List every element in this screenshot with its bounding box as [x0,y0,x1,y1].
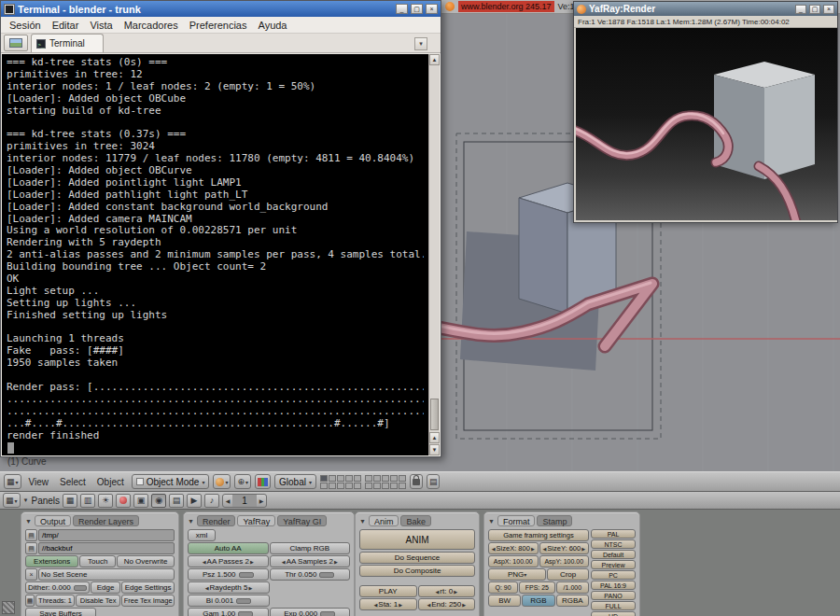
panel-collapse-icon[interactable]: ▼ [488,518,495,525]
threads-icon[interactable]: ▦ [25,595,35,607]
menu-select[interactable]: Select [56,477,90,487]
layer-cell[interactable] [399,475,406,482]
context-material-icon[interactable] [116,494,131,508]
scroll-down-button[interactable]: ▼ [429,444,440,455]
edge-toggle[interactable]: Edge [91,581,121,594]
free-tex-toggle[interactable]: Free Tex Image [121,595,175,607]
maximize-button[interactable]: ▢ [411,4,423,14]
frame-number-field[interactable]: ◀ 1 ▶ [222,494,267,508]
do-sequence-toggle[interactable]: Do Sequence [359,552,475,564]
xml-toggle[interactable]: xml [188,529,216,541]
menu-view[interactable]: View [25,477,53,487]
close-button[interactable]: × [823,5,834,14]
tab-render-layers[interactable]: Render Layers [73,515,139,526]
tab-yafray-gi[interactable]: YafRay GI [277,515,327,526]
format-preset-button[interactable]: PAL 16:9 [591,581,636,590]
window-type-dropdown[interactable]: ▦ ▾ [3,493,21,508]
layer-cell[interactable] [399,483,406,489]
layer-buttons-right[interactable] [365,475,406,489]
layer-cell[interactable] [382,475,389,482]
clamp-rgb-toggle[interactable]: Clamp RGB [270,542,351,554]
layer-cell[interactable] [345,483,353,489]
game-framing-button[interactable]: Game framing settings [488,529,589,541]
fps-number[interactable]: FPS: 25 [519,581,555,594]
rgba-toggle[interactable]: RGBA [556,595,589,607]
maximize-button[interactable]: ▢ [809,5,820,14]
layer-cell[interactable] [345,475,353,482]
tab-bake[interactable]: Bake [400,515,431,526]
layer-cell[interactable] [373,475,381,482]
edge-settings-button[interactable]: Edge Settings [121,581,175,594]
terminal-screen[interactable]: === kd-tree stats (0s) ===primitives in … [2,54,428,455]
panel-collapse-icon[interactable]: ▼ [188,518,194,525]
auto-aa-toggle[interactable]: Auto AA [188,542,269,554]
terminal-tab[interactable]: >_ Terminal [31,34,104,52]
scroll-thumb[interactable] [430,399,439,430]
layer-buttons-left[interactable] [320,475,361,489]
rt-number[interactable]: ◀rt: 0▶ [418,585,476,597]
terminal-titlebar[interactable]: Terminal - blender - trunk _ ▢ × [1,1,441,17]
context-object-icon[interactable]: ▣ [133,494,148,508]
layer-cell[interactable] [320,483,328,489]
layer-cell[interactable] [329,475,336,482]
tab-stamp[interactable]: Stamp [537,515,572,526]
terminal-menu-item[interactable]: Preferencias [184,20,253,31]
tab-anim[interactable]: Anim [369,515,399,526]
layer-cell[interactable] [390,483,398,489]
rgb-toggle[interactable]: RGB [522,595,554,607]
format-preset-button[interactable]: Default [591,550,636,559]
context-shading-icon[interactable]: ☀ [98,494,113,508]
layer-cell[interactable] [365,475,372,482]
disable-tex-toggle[interactable]: Disable Tex [76,595,120,607]
bias-slider[interactable]: Bi 0.001 [188,595,270,607]
minimize-button[interactable]: _ [396,4,408,14]
save-buffers-toggle[interactable]: Save Buffers [25,608,96,616]
window-splitter-widget[interactable] [2,601,15,614]
terminal-menu-item[interactable]: Editar [47,20,85,31]
pivot-dropdown[interactable]: ⊕ ▾ [234,474,251,489]
format-preset-button[interactable]: HD [591,611,636,616]
size-x-number[interactable]: ◀SizeX: 800▶ [488,542,539,554]
context-script-icon[interactable]: ▥ [80,494,95,508]
terminal-menu-item[interactable]: Sesión [4,20,47,31]
scene-link-icon[interactable]: × [25,568,37,581]
tab-output[interactable]: Output [35,515,71,526]
format-preset-button[interactable]: PAL [591,529,636,539]
format-preset-button[interactable]: Preview [591,560,636,569]
layer-cell[interactable] [354,475,361,482]
anim-button[interactable]: ANIM [359,529,475,550]
minimize-button[interactable]: _ [795,5,806,14]
layer-cell[interactable] [390,475,398,482]
threshold-slider[interactable]: Thr 0.050 [270,568,351,581]
do-composite-toggle[interactable]: Do Composite [359,565,475,577]
output-path-field[interactable]: /tmp/ [38,529,175,541]
orientation-dropdown[interactable]: Global ▾ [274,474,316,489]
play-button[interactable]: PLAY [359,585,417,597]
layer-cell[interactable] [320,475,328,482]
viewport-type-dropdown[interactable]: ▦ ▾ [4,474,21,489]
panel-collapse-icon[interactable]: ▼ [25,518,32,525]
crop-toggle[interactable]: Crop [547,568,589,581]
draw-type-dropdown[interactable]: ▾ [213,474,231,489]
bw-toggle[interactable]: BW [488,595,521,607]
touch-toggle[interactable]: Touch [79,555,116,567]
no-overwrite-toggle[interactable]: No Overwrite [117,555,175,567]
subcontext-anim-icon[interactable]: ▶ [187,494,202,508]
threads-number[interactable]: Threads: 1 [35,595,75,607]
layer-cell[interactable] [373,483,381,489]
terminal-scrollbar[interactable]: ▲ ▲ ▼ [428,54,440,455]
render-preview-button[interactable]: ▤ [427,474,441,489]
scroll-up-button-bottom[interactable]: ▲ [429,432,440,443]
layer-cell[interactable] [354,483,361,489]
extensions-toggle[interactable]: Extensions [25,555,78,567]
fps-base-number[interactable]: /1.000 [556,581,589,594]
close-button[interactable]: × [426,4,438,14]
backbuf-path-field[interactable]: //backbuf [38,542,175,554]
format-preset-button[interactable]: PC [591,570,636,580]
new-tab-button[interactable] [4,35,28,51]
menu-object[interactable]: Object [93,477,128,487]
aa-samples-number[interactable]: ◀AA Samples 2▶ [270,555,351,567]
subcontext-render-icon[interactable]: ▤ [169,494,184,508]
format-preset-button[interactable]: FULL [591,601,636,610]
start-frame-number[interactable]: ◀Sta: 1▶ [359,598,417,610]
